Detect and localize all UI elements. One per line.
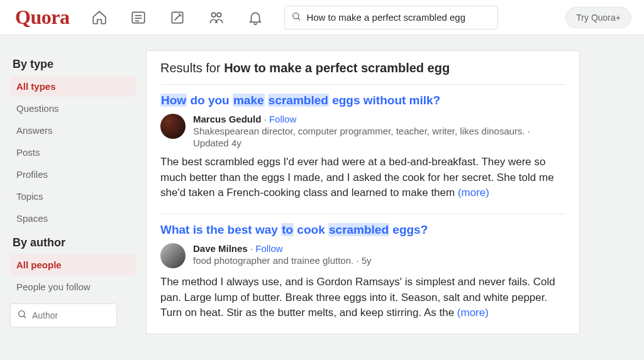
more-link[interactable]: (more) (458, 187, 489, 199)
author-name[interactable]: Dave Milnes (193, 243, 248, 254)
snippet-text: The best scrambled eggs I'd ever had wer… (160, 156, 554, 199)
quora-logo[interactable]: Quora (15, 6, 69, 29)
filter-profiles[interactable]: Profiles (10, 164, 136, 185)
answer-icon[interactable] (169, 9, 186, 26)
follow-link[interactable]: Follow (255, 243, 282, 254)
results-panel: Results for How to make a perfect scramb… (146, 50, 580, 334)
page: By type All types Questions Answers Post… (0, 35, 644, 334)
results-header: Results for How to make a perfect scramb… (160, 61, 565, 75)
notifications-icon[interactable] (247, 9, 264, 26)
following-icon[interactable] (130, 9, 147, 26)
filter-spaces[interactable]: Spaces (10, 208, 136, 229)
try-quora-plus-button[interactable]: Try Quora+ (565, 7, 631, 28)
more-link[interactable]: (more) (457, 307, 489, 319)
result-card: How do you make scrambled eggs without m… (160, 84, 565, 214)
filter-all-types[interactable]: All types (10, 76, 136, 97)
author-row: Marcus Geduld · Follow Shakespearean dir… (160, 114, 565, 148)
results-prefix: Results for (160, 61, 224, 75)
nav-icons (91, 9, 264, 26)
avatar[interactable] (160, 243, 186, 268)
separator-dot: · (264, 114, 269, 124)
author-search-input[interactable] (32, 310, 110, 320)
filter-topics[interactable]: Topics (10, 186, 136, 207)
filter-posts[interactable]: Posts (10, 142, 136, 163)
svg-point-7 (293, 13, 299, 18)
search-input[interactable] (306, 12, 491, 23)
filter-all-people[interactable]: All people (10, 254, 136, 275)
svg-line-10 (24, 316, 26, 318)
question-link[interactable]: How do you make scrambled eggs without m… (160, 94, 565, 107)
author-row: Dave Milnes · Follow food photographer a… (160, 243, 565, 268)
filter-answers[interactable]: Answers (10, 120, 136, 141)
results-query: How to make a perfect scrambled egg (224, 61, 450, 75)
search-icon (291, 11, 301, 24)
sidebar: By type All types Questions Answers Post… (10, 50, 136, 327)
result-card: What is the best way to cook scrambled e… (160, 214, 565, 334)
topbar: Quora Try Quora+ (0, 0, 644, 35)
author-bio: Shakespearean director, computer program… (193, 126, 530, 136)
filter-people-you-follow[interactable]: People you follow (10, 276, 136, 297)
svg-point-5 (212, 13, 216, 17)
author-search-box[interactable] (10, 303, 117, 327)
separator-dot: · (250, 243, 255, 254)
filter-questions[interactable]: Questions (10, 98, 136, 119)
svg-line-8 (298, 18, 300, 19)
question-link[interactable]: What is the best way to cook scrambled e… (160, 223, 565, 237)
by-type-title: By type (13, 58, 136, 71)
answer-snippet: The method I always use, and is Gordon R… (160, 275, 565, 321)
svg-point-9 (19, 311, 25, 317)
search-icon (17, 309, 27, 322)
answer-snippet: The best scrambled eggs I'd ever had wer… (160, 155, 565, 201)
svg-point-6 (217, 13, 221, 17)
author-name[interactable]: Marcus Geduld (193, 114, 261, 124)
search-box[interactable] (284, 6, 498, 30)
avatar[interactable] (160, 114, 186, 139)
by-author-title: By author (13, 236, 136, 249)
snippet-text: The method I always use, and is Gordon R… (160, 276, 555, 319)
home-icon[interactable] (91, 9, 108, 26)
author-bio: food photographer and trainee glutton. ·… (193, 255, 372, 266)
spaces-icon[interactable] (208, 9, 225, 26)
follow-link[interactable]: Follow (269, 114, 296, 124)
author-updated: Updated 4y (193, 138, 530, 148)
